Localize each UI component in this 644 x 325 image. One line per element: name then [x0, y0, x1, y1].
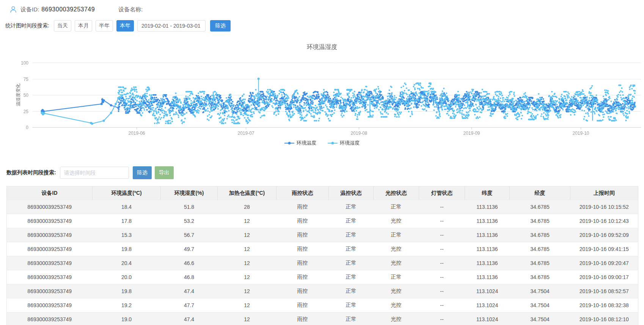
device-id-value: 869300039253749 [41, 6, 95, 13]
quick-range-button[interactable]: 半年 [96, 20, 113, 32]
table-cell: 46.8 [161, 270, 218, 284]
user-icon [9, 5, 17, 14]
chart-date-range-input[interactable] [137, 20, 206, 32]
table-cell: 20.4 [93, 256, 161, 270]
quick-range-button[interactable]: 当天 [54, 20, 71, 32]
table-cell: 雨控 [276, 256, 329, 270]
table-cell: 113.1024 [465, 298, 510, 312]
table-header-cell: 设备ID [7, 186, 93, 200]
quick-range-buttons: 当天本月半年本年 [54, 20, 137, 32]
chart-filter-button[interactable]: 筛选 [210, 20, 231, 32]
table-cell: 869300039253749 [7, 312, 93, 325]
quick-range-button[interactable]: 本年 [116, 20, 134, 32]
table-header-cell: 灯管状态 [419, 186, 465, 200]
temp-humidity-chart-section: 环境温湿度 环境温度环境湿度 [0, 39, 644, 157]
table-header-cell: 雨控状态 [276, 186, 329, 200]
quick-range-button[interactable]: 本月 [75, 20, 92, 32]
device-header: 设备ID: 869300039253749 设备名称: [0, 0, 644, 14]
table-cell: 雨控 [276, 284, 329, 298]
table-cell: 12 [218, 256, 276, 270]
table-cell: 869300039253749 [7, 270, 93, 284]
table-cell: 光控 [374, 242, 419, 256]
table-cell: 雨控 [276, 214, 329, 228]
table-row: 86930003925374919.247.712雨控正常光控--113.102… [7, 298, 638, 312]
table-cell: 12 [218, 284, 276, 298]
table-cell: 869300039253749 [7, 256, 93, 270]
table-cell: 2019-10-16 08:32:38 [570, 298, 638, 312]
table-row: 86930003925374920.446.612雨控正常光控--113.113… [7, 256, 638, 270]
table-cell: 2019-10-16 09:20:47 [570, 256, 638, 270]
table-cell: 34.7504 [510, 298, 570, 312]
legend-line-marker-icon [328, 141, 338, 145]
table-cell: 113.1136 [465, 242, 510, 256]
table-cell: 12 [218, 298, 276, 312]
table-cell: 18.4 [93, 200, 161, 214]
table-cell: 19.0 [93, 312, 161, 325]
table-header-cell: 光控状态 [374, 186, 419, 200]
table-cell: 34.6785 [510, 200, 570, 214]
table-cell: 12 [218, 228, 276, 242]
table-row: 86930003925374918.451.828雨控正常正常--113.113… [7, 200, 638, 214]
device-data-table: 设备ID环境温度(ºC)环境湿度(%)加热仓温度(ºC)雨控状态温控状态光控状态… [6, 186, 638, 325]
table-cell: 19.8 [93, 284, 161, 298]
table-cell: 光控 [374, 298, 419, 312]
table-cell: 正常 [329, 256, 374, 270]
table-cell: 2019-10-16 10:15:52 [570, 200, 638, 214]
table-cell: 28 [218, 200, 276, 214]
table-cell: 17.8 [93, 214, 161, 228]
table-cell: 雨控 [276, 200, 329, 214]
table-cell: 34.6785 [510, 228, 570, 242]
table-cell: 113.1136 [465, 228, 510, 242]
table-cell: -- [419, 270, 465, 284]
table-cell: 光控 [374, 214, 419, 228]
table-cell: 34.6785 [510, 270, 570, 284]
table-cell: 正常 [329, 228, 374, 242]
table-cell: 正常 [329, 242, 374, 256]
table-cell: 雨控 [276, 270, 329, 284]
table-cell: 雨控 [276, 228, 329, 242]
table-cell: 2019-10-16 08:12:10 [570, 312, 638, 325]
table-cell: 正常 [329, 284, 374, 298]
table-cell: 49.7 [161, 242, 218, 256]
table-header-cell: 加热仓温度(ºC) [218, 186, 276, 200]
table-cell: 53.2 [161, 214, 218, 228]
list-date-range-input[interactable] [60, 167, 129, 179]
table-row: 86930003925374919.849.712雨控正常光控--113.113… [7, 242, 638, 256]
table-cell: 2019-10-16 09:52:09 [570, 228, 638, 242]
table-cell: 113.1136 [465, 214, 510, 228]
table-cell: -- [419, 284, 465, 298]
table-cell: 正常 [329, 200, 374, 214]
legend-item[interactable]: 环境温度 [284, 140, 316, 147]
table-cell: 113.1024 [465, 312, 510, 325]
table-cell: 46.6 [161, 256, 218, 270]
table-row: 86930003925374917.853.212雨控正常光控--113.113… [7, 214, 638, 228]
table-cell: 869300039253749 [7, 242, 93, 256]
list-period-search-row: 数据列表时间段搜索: 筛选 导出 [6, 166, 644, 179]
table-cell: 113.1136 [465, 200, 510, 214]
table-header-row: 设备ID环境温度(ºC)环境湿度(%)加热仓温度(ºC)雨控状态温控状态光控状态… [7, 186, 638, 200]
table-cell: 15.3 [93, 228, 161, 242]
table-cell: 正常 [374, 200, 419, 214]
table-cell: 869300039253749 [7, 284, 93, 298]
table-header-cell: 环境温度(ºC) [93, 186, 161, 200]
table-cell: 47.4 [161, 312, 218, 325]
table-cell: 光控 [374, 256, 419, 270]
table-cell: -- [419, 200, 465, 214]
chart-period-search-label: 统计图时间段搜索: [5, 22, 49, 29]
table-cell: 869300039253749 [7, 298, 93, 312]
export-button[interactable]: 导出 [155, 166, 174, 179]
table-cell: 34.7504 [510, 312, 570, 325]
table-cell: 正常 [374, 270, 419, 284]
list-period-search-label: 数据列表时间段搜索: [6, 169, 56, 176]
table-header-cell: 经度 [510, 186, 570, 200]
table-header-cell: 环境湿度(%) [161, 186, 218, 200]
legend-item[interactable]: 环境湿度 [328, 140, 360, 147]
table-cell: 869300039253749 [7, 200, 93, 214]
table-cell: 19.2 [93, 298, 161, 312]
table-cell: 正常 [329, 298, 374, 312]
table-cell: 47.7 [161, 298, 218, 312]
list-filter-button[interactable]: 筛选 [133, 166, 152, 179]
table-row: 86930003925374920.046.812雨控正常正常--113.113… [7, 270, 638, 284]
table-cell: 正常 [329, 312, 374, 325]
table-cell: 正常 [329, 214, 374, 228]
